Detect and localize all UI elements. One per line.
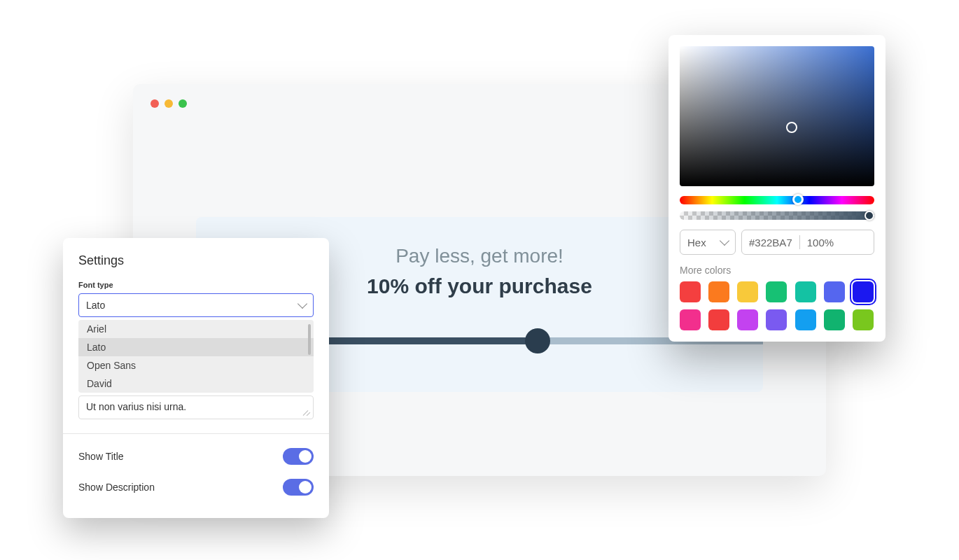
toggle-show-description[interactable]: [283, 479, 314, 496]
input-divider: [799, 235, 800, 249]
hex-value: #322BA7: [749, 237, 792, 248]
color-swatch[interactable]: [824, 281, 845, 302]
window-controls: [150, 99, 187, 108]
color-swatch[interactable]: [766, 309, 787, 330]
color-swatch[interactable]: [853, 281, 874, 302]
divider: [63, 433, 329, 434]
font-dropdown: Ariel Lato Open Sans David: [78, 320, 314, 393]
chevron-down-icon: [298, 299, 307, 309]
slider-thumb[interactable]: [525, 328, 550, 354]
font-select[interactable]: Lato: [78, 293, 314, 317]
settings-panel: Settings Font type Lato Ariel Lato Open …: [63, 238, 329, 518]
chevron-down-icon: [720, 236, 729, 246]
color-format-value: Hex: [687, 237, 706, 248]
color-swatch[interactable]: [737, 309, 758, 330]
toggle-show-title[interactable]: [283, 448, 314, 465]
hue-thumb[interactable]: [792, 194, 804, 205]
hue-slider[interactable]: [680, 196, 874, 204]
color-gradient-area[interactable]: [680, 46, 874, 186]
opacity-value: 100%: [807, 237, 834, 248]
description-textarea[interactable]: Ut non varius nisi urna.: [78, 396, 314, 419]
color-swatch[interactable]: [853, 309, 874, 330]
toggle-show-description-label: Show Description: [78, 482, 155, 493]
hex-input[interactable]: #322BA7 100%: [741, 230, 874, 255]
color-input-row: Hex #322BA7 100%: [680, 230, 874, 255]
color-swatch[interactable]: [824, 309, 845, 330]
font-type-label: Font type: [78, 281, 314, 289]
color-picker-panel: Hex #322BA7 100% More colors: [668, 35, 886, 342]
font-select-value: Lato: [86, 300, 105, 311]
alpha-thumb[interactable]: [864, 211, 874, 220]
font-option-david[interactable]: David: [78, 374, 314, 393]
color-swatch[interactable]: [766, 281, 787, 302]
textarea-value: Ut non varius nisi urna.: [86, 401, 186, 412]
gradient-cursor[interactable]: [786, 122, 797, 133]
color-swatch[interactable]: [737, 281, 758, 302]
font-option-ariel[interactable]: Ariel: [78, 320, 314, 338]
color-swatch[interactable]: [680, 281, 701, 302]
color-swatch[interactable]: [708, 281, 729, 302]
resize-grip-icon[interactable]: [303, 409, 310, 416]
alpha-slider[interactable]: [680, 211, 874, 220]
minimize-icon[interactable]: [164, 99, 173, 108]
color-swatch[interactable]: [680, 309, 701, 330]
font-option-opensans[interactable]: Open Sans: [78, 356, 314, 374]
close-icon[interactable]: [150, 99, 159, 108]
color-format-select[interactable]: Hex: [680, 230, 736, 255]
toggle-show-title-row: Show Title: [78, 448, 314, 465]
swatch-grid: [680, 281, 874, 330]
maximize-icon[interactable]: [178, 99, 187, 108]
toggle-show-title-label: Show Title: [78, 451, 124, 462]
color-swatch[interactable]: [708, 309, 729, 330]
toggle-show-description-row: Show Description: [78, 479, 314, 496]
more-colors-label: More colors: [680, 265, 874, 276]
color-swatch[interactable]: [795, 281, 816, 302]
settings-heading: Settings: [78, 253, 314, 268]
font-option-lato[interactable]: Lato: [78, 338, 314, 356]
color-swatch[interactable]: [795, 309, 816, 330]
dropdown-scrollbar[interactable]: [308, 324, 311, 355]
